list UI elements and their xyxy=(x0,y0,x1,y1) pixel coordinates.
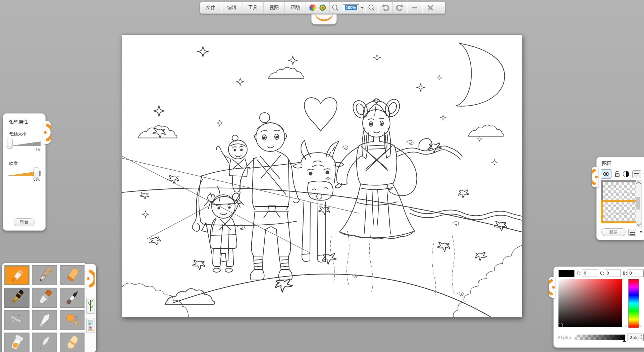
tool-pencil[interactable] xyxy=(4,265,30,285)
layer-list-menu-button[interactable] xyxy=(632,170,641,178)
bamboo-brush-button[interactable] xyxy=(86,298,95,314)
picture-icon xyxy=(88,320,93,331)
mascot-left-eye-icon[interactable] xyxy=(309,4,316,11)
undo-icon xyxy=(381,4,389,11)
redo-button[interactable] xyxy=(392,2,407,13)
layer-row-bottom-selected[interactable] xyxy=(601,200,638,223)
layers-scrollbar-thumb[interactable] xyxy=(636,197,640,210)
canvas-artwork xyxy=(122,35,522,317)
menu-edit[interactable]: 编辑 xyxy=(221,2,242,13)
paint-roller-icon xyxy=(63,312,82,328)
menu-file[interactable]: 文件 xyxy=(200,2,221,13)
brush-size-value: 1% xyxy=(36,148,40,152)
reset-button[interactable]: 重置 xyxy=(14,218,35,226)
layer-thumbnail-sketch xyxy=(603,202,636,221)
layer-row-top[interactable] xyxy=(601,180,638,202)
ink-brush-icon xyxy=(63,290,82,305)
layer-opacity-icon[interactable] xyxy=(623,171,629,177)
stars xyxy=(142,46,497,218)
tools-collapse-handle-icon[interactable] xyxy=(86,267,95,290)
brush-size-label: 笔触大小 xyxy=(9,131,26,137)
airbrush-icon xyxy=(7,312,26,328)
hue-slider[interactable] xyxy=(628,279,639,328)
zoom-in-button[interactable] xyxy=(365,2,378,13)
layers-scrollbar[interactable] xyxy=(636,180,642,228)
zoom-out-button[interactable] xyxy=(329,2,341,13)
mascot-half-smile-icon xyxy=(549,277,555,298)
clouds xyxy=(122,67,522,317)
hue-marker-right-icon[interactable]: ◁ xyxy=(639,324,641,327)
heart xyxy=(304,98,337,131)
pencil-icon xyxy=(7,268,26,283)
layers-bottom-caret-icon[interactable] xyxy=(640,231,642,233)
green-label: G: xyxy=(600,271,605,276)
red-value-field[interactable]: 0 xyxy=(582,270,598,277)
alpha-spin-down-icon[interactable]: ▼ xyxy=(639,338,643,341)
sv-selector-icon[interactable] xyxy=(558,323,563,328)
tool-crayon[interactable] xyxy=(60,265,85,285)
streamer-lines xyxy=(330,231,455,298)
tool-paint-roller[interactable] xyxy=(60,310,85,330)
picture-library-button[interactable] xyxy=(86,318,95,333)
scroll-up-icon[interactable] xyxy=(636,181,641,186)
alpha-label: Alpha xyxy=(558,335,571,340)
sharp-pencil-icon xyxy=(35,268,54,283)
color-panel-collapse-handle[interactable] xyxy=(549,277,555,298)
layer-visibility-button[interactable] xyxy=(601,169,611,179)
mascot-right-eye-icon[interactable] xyxy=(319,4,326,11)
layers-panel: 图层 新建 xyxy=(596,157,644,240)
tool-fountain-pen[interactable] xyxy=(4,288,30,308)
softness-slider[interactable] xyxy=(8,167,41,179)
brush-size-slider[interactable] xyxy=(8,138,41,149)
hue-marker-left-icon[interactable]: ▷ xyxy=(625,324,627,327)
menu-help[interactable]: 帮助 xyxy=(284,2,306,13)
alpha-spin-up-icon[interactable]: ▲ xyxy=(639,334,643,338)
layers-bottom-menu-button[interactable] xyxy=(628,229,636,236)
blue-value-field[interactable]: 0 xyxy=(628,270,644,277)
tools-panel-side-tab xyxy=(85,264,96,352)
current-color-swatch[interactable] xyxy=(558,270,575,277)
new-layer-button[interactable]: 新建 xyxy=(601,228,626,236)
menu-tools[interactable]: 工具 xyxy=(242,2,263,13)
palette-knife-icon xyxy=(35,312,54,328)
alpha-marker-icon[interactable] xyxy=(623,340,626,342)
undo-button[interactable] xyxy=(378,2,392,13)
alpha-value[interactable]: 255 xyxy=(628,334,639,341)
green-value-field[interactable]: 0 xyxy=(605,270,621,277)
alpha-spinner[interactable]: 255 ▲ ▼ xyxy=(628,334,644,341)
tool-palette-knife[interactable] xyxy=(32,310,57,330)
layers-panel-collapse-handle[interactable] xyxy=(592,167,598,187)
minimize-button[interactable] xyxy=(407,2,422,13)
fountain-pen-icon xyxy=(7,290,26,305)
ox xyxy=(192,140,344,262)
zoom-out-icon xyxy=(332,4,339,11)
zoom-dropdown-caret-icon[interactable] xyxy=(361,7,364,9)
paint-bottle-icon xyxy=(7,335,26,350)
zoom-level-value[interactable]: 100% xyxy=(343,4,359,11)
tool-sharp-pencil[interactable] xyxy=(32,265,57,285)
tool-leaf-knife[interactable] xyxy=(32,333,57,352)
brush-tools-panel xyxy=(2,263,85,352)
eraser-icon xyxy=(63,335,82,350)
pencil-panel-title: 铅笔属性 xyxy=(9,119,28,125)
pencil-panel-collapse-handle[interactable] xyxy=(43,121,51,144)
drawing-canvas[interactable] xyxy=(122,35,522,317)
lock-icon[interactable] xyxy=(614,171,620,177)
mascot-smile-icon xyxy=(313,14,335,23)
scroll-down-icon[interactable] xyxy=(636,222,641,226)
color-picker-panel: R: 0 G: 0 B: 0 ▷ ◁ Alpha 255 ▲ ▼ xyxy=(553,267,644,348)
tool-eraser[interactable] xyxy=(60,333,85,352)
minimize-icon xyxy=(412,7,417,8)
tool-airbrush[interactable] xyxy=(4,310,30,330)
tool-ink-brush[interactable] xyxy=(60,288,85,308)
zoom-level-combo[interactable]: 100% xyxy=(341,2,365,13)
softness-thumb[interactable] xyxy=(34,167,39,178)
saturation-value-picker[interactable] xyxy=(558,279,622,327)
tool-flat-brush[interactable] xyxy=(32,288,57,308)
brush-size-thumb[interactable] xyxy=(7,138,13,149)
alpha-slider[interactable] xyxy=(575,335,625,340)
menu-view[interactable]: 视图 xyxy=(263,2,284,13)
tool-paint-bottle[interactable] xyxy=(4,333,30,352)
zoom-in-icon xyxy=(368,4,375,11)
close-button[interactable] xyxy=(422,2,438,13)
